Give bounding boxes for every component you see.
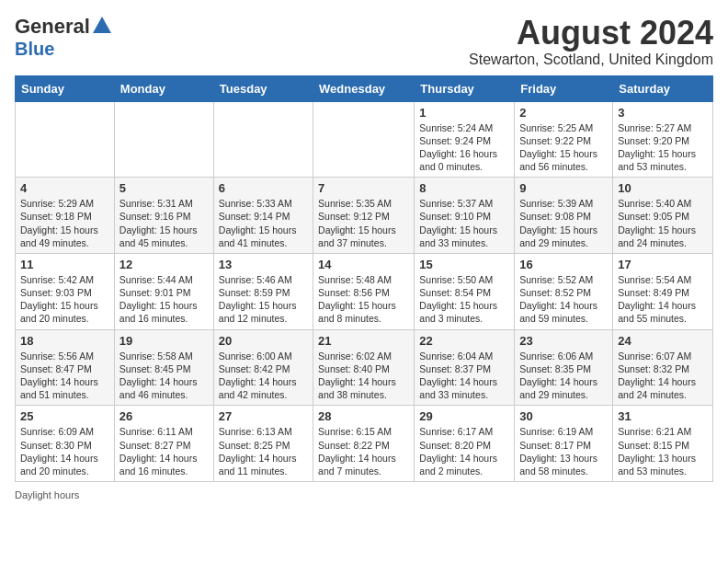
day-number: 13 [219,258,308,271]
day-number: 8 [419,181,509,195]
day-number: 20 [219,334,308,348]
day-detail: Sunrise: 6:07 AM Sunset: 8:32 PM Dayligh… [618,350,708,402]
day-detail: Sunrise: 5:42 AM Sunset: 9:03 PM Dayligh… [20,273,109,326]
day-number: 19 [119,334,209,348]
day-number: 14 [318,258,409,271]
cell-w4-d3: 21Sunrise: 6:02 AM Sunset: 8:40 PM Dayli… [313,329,415,406]
logo: General Blue [15,15,111,60]
day-detail: Sunrise: 6:15 AM Sunset: 8:22 PM Dayligh… [318,425,409,477]
day-number: 16 [519,258,608,271]
day-detail: Sunrise: 6:02 AM Sunset: 8:40 PM Dayligh… [318,350,409,402]
cell-w2-d1: 5Sunrise: 5:31 AM Sunset: 9:16 PM Daylig… [114,178,213,254]
cell-w5-d1: 26Sunrise: 6:11 AM Sunset: 8:27 PM Dayli… [114,406,213,482]
col-sunday: Sunday [16,75,115,101]
day-detail: Sunrise: 5:58 AM Sunset: 8:45 PM Dayligh… [119,350,209,402]
cell-w4-d4: 22Sunrise: 6:04 AM Sunset: 8:37 PM Dayli… [415,329,515,406]
logo-blue: Blue [15,39,54,60]
cell-w2-d4: 8Sunrise: 5:37 AM Sunset: 9:10 PM Daylig… [415,178,515,254]
cell-w1-d2 [213,101,313,178]
col-wednesday: Wednesday [313,75,415,101]
col-tuesday: Tuesday [213,75,313,101]
day-number: 4 [20,181,109,195]
day-number: 5 [119,181,209,195]
day-number: 17 [618,258,708,271]
cell-w3-d5: 16Sunrise: 5:52 AM Sunset: 8:52 PM Dayli… [515,253,613,329]
week-row-5: 25Sunrise: 6:09 AM Sunset: 8:30 PM Dayli… [16,406,713,482]
day-number: 24 [618,334,708,348]
day-detail: Sunrise: 5:39 AM Sunset: 9:08 PM Dayligh… [519,197,608,249]
week-row-4: 18Sunrise: 5:56 AM Sunset: 8:47 PM Dayli… [16,329,713,406]
day-number: 6 [219,181,308,195]
day-number: 25 [20,409,109,423]
day-number: 27 [219,409,308,423]
logo-triangle-icon [93,17,111,33]
week-row-1: 1Sunrise: 5:24 AM Sunset: 9:24 PM Daylig… [16,101,713,178]
day-detail: Sunrise: 6:09 AM Sunset: 8:30 PM Dayligh… [20,425,109,477]
day-detail: Sunrise: 5:52 AM Sunset: 8:52 PM Dayligh… [519,273,608,326]
col-thursday: Thursday [415,75,515,101]
day-number: 28 [318,409,409,423]
cell-w3-d2: 13Sunrise: 5:46 AM Sunset: 8:59 PM Dayli… [213,253,313,329]
cell-w1-d5: 2Sunrise: 5:25 AM Sunset: 9:22 PM Daylig… [515,101,613,178]
cell-w2-d5: 9Sunrise: 5:39 AM Sunset: 9:08 PM Daylig… [515,178,613,254]
day-detail: Sunrise: 5:44 AM Sunset: 9:01 PM Dayligh… [119,273,209,326]
day-detail: Sunrise: 5:31 AM Sunset: 9:16 PM Dayligh… [119,197,209,249]
day-detail: Sunrise: 5:33 AM Sunset: 9:14 PM Dayligh… [219,197,308,249]
day-detail: Sunrise: 5:25 AM Sunset: 9:22 PM Dayligh… [519,121,608,174]
day-number: 12 [119,258,209,271]
day-detail: Sunrise: 5:37 AM Sunset: 9:10 PM Dayligh… [419,197,509,249]
day-detail: Sunrise: 6:21 AM Sunset: 8:15 PM Dayligh… [618,425,708,477]
day-number: 21 [318,334,409,348]
day-number: 22 [419,334,509,348]
cell-w3-d3: 14Sunrise: 5:48 AM Sunset: 8:56 PM Dayli… [313,253,415,329]
cell-w5-d2: 27Sunrise: 6:13 AM Sunset: 8:25 PM Dayli… [213,406,313,482]
header-row: Sunday Monday Tuesday Wednesday Thursday… [16,75,713,101]
day-number: 15 [419,258,509,271]
day-detail: Sunrise: 6:19 AM Sunset: 8:17 PM Dayligh… [519,425,608,477]
day-number: 23 [519,334,608,348]
day-number: 29 [419,409,509,423]
day-detail: Sunrise: 6:11 AM Sunset: 8:27 PM Dayligh… [119,425,209,477]
day-detail: Sunrise: 6:00 AM Sunset: 8:42 PM Dayligh… [219,350,308,402]
day-detail: Sunrise: 5:27 AM Sunset: 9:20 PM Dayligh… [618,121,708,174]
week-row-3: 11Sunrise: 5:42 AM Sunset: 9:03 PM Dayli… [16,253,713,329]
day-detail: Sunrise: 5:54 AM Sunset: 8:49 PM Dayligh… [618,273,708,326]
day-detail: Sunrise: 6:04 AM Sunset: 8:37 PM Dayligh… [419,350,509,402]
day-detail: Sunrise: 6:06 AM Sunset: 8:35 PM Dayligh… [519,350,608,402]
col-friday: Friday [515,75,613,101]
day-detail: Sunrise: 6:17 AM Sunset: 8:20 PM Dayligh… [419,425,509,477]
calendar-table: Sunday Monday Tuesday Wednesday Thursday… [15,75,713,482]
cell-w2-d3: 7Sunrise: 5:35 AM Sunset: 9:12 PM Daylig… [313,178,415,254]
logo-general: General [15,15,90,39]
cell-w3-d4: 15Sunrise: 5:50 AM Sunset: 8:54 PM Dayli… [415,253,515,329]
header: General Blue August 2024 Stewarton, Scot… [15,15,713,68]
cell-w3-d0: 11Sunrise: 5:42 AM Sunset: 9:03 PM Dayli… [16,253,115,329]
day-detail: Sunrise: 5:40 AM Sunset: 9:05 PM Dayligh… [618,197,708,249]
day-number: 3 [618,106,708,120]
day-detail: Sunrise: 5:48 AM Sunset: 8:56 PM Dayligh… [318,273,409,326]
cell-w3-d1: 12Sunrise: 5:44 AM Sunset: 9:01 PM Dayli… [114,253,213,329]
cell-w1-d1 [114,101,213,178]
cell-w1-d4: 1Sunrise: 5:24 AM Sunset: 9:24 PM Daylig… [415,101,515,178]
day-detail: Sunrise: 5:46 AM Sunset: 8:59 PM Dayligh… [219,273,308,326]
day-number: 2 [519,106,608,120]
day-number: 11 [20,258,109,271]
cell-w3-d6: 17Sunrise: 5:54 AM Sunset: 8:49 PM Dayli… [613,253,713,329]
cell-w2-d6: 10Sunrise: 5:40 AM Sunset: 9:05 PM Dayli… [613,178,713,254]
cell-w2-d2: 6Sunrise: 5:33 AM Sunset: 9:14 PM Daylig… [213,178,313,254]
day-detail: Sunrise: 5:50 AM Sunset: 8:54 PM Dayligh… [419,273,509,326]
cell-w4-d6: 24Sunrise: 6:07 AM Sunset: 8:32 PM Dayli… [613,329,713,406]
day-detail: Sunrise: 6:13 AM Sunset: 8:25 PM Dayligh… [219,425,308,477]
cell-w1-d6: 3Sunrise: 5:27 AM Sunset: 9:20 PM Daylig… [613,101,713,178]
cell-w4-d1: 19Sunrise: 5:58 AM Sunset: 8:45 PM Dayli… [114,329,213,406]
day-number: 26 [119,409,209,423]
day-detail: Sunrise: 5:56 AM Sunset: 8:47 PM Dayligh… [20,350,109,402]
cell-w4-d0: 18Sunrise: 5:56 AM Sunset: 8:47 PM Dayli… [16,329,115,406]
day-number: 18 [20,334,109,348]
cell-w5-d0: 25Sunrise: 6:09 AM Sunset: 8:30 PM Dayli… [16,406,115,482]
subtitle: Stewarton, Scotland, United Kingdom [469,52,713,68]
day-number: 10 [618,181,708,195]
day-detail: Sunrise: 5:29 AM Sunset: 9:18 PM Dayligh… [20,197,109,249]
cell-w1-d0 [16,101,115,178]
day-number: 7 [318,181,409,195]
